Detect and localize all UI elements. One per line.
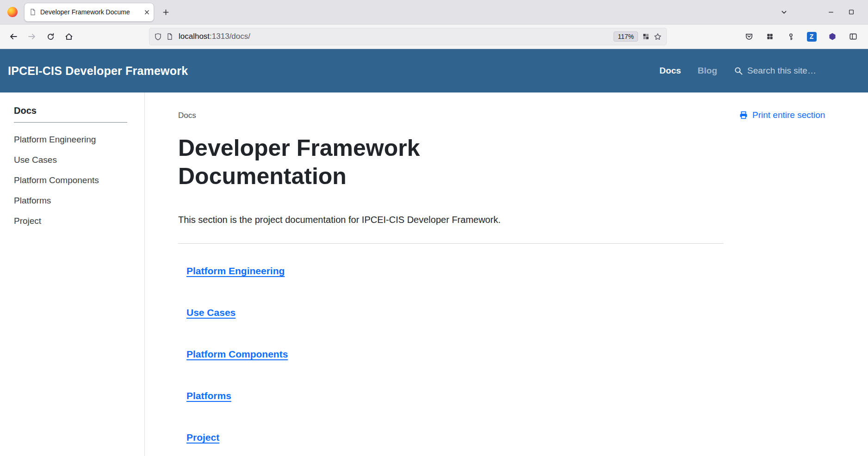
docs-sidebar: Docs Platform Engineering Use Cases Plat… bbox=[0, 92, 145, 456]
print-section-label: Print entire section bbox=[752, 110, 825, 120]
url-path: :1313/docs/ bbox=[210, 32, 250, 41]
pocket-icon[interactable] bbox=[742, 29, 756, 44]
section-link-platform-components[interactable]: Platform Components bbox=[186, 349, 288, 359]
browser-tab[interactable]: Developer Framework Docume bbox=[24, 3, 154, 22]
zotero-icon[interactable]: Z bbox=[804, 29, 819, 44]
search-icon bbox=[734, 66, 743, 75]
page-info-icon[interactable] bbox=[166, 33, 174, 40]
forward-button[interactable] bbox=[24, 29, 40, 44]
section-row: Project bbox=[186, 431, 724, 444]
purple-extension-icon[interactable] bbox=[825, 29, 840, 44]
section-link-use-cases[interactable]: Use Cases bbox=[186, 307, 236, 318]
right-sidebar: Print entire section bbox=[736, 92, 868, 456]
browser-chrome: Developer Framework Docume bbox=[0, 0, 868, 49]
site-search[interactable] bbox=[734, 66, 858, 76]
nav-docs-link[interactable]: Docs bbox=[659, 66, 681, 76]
site-body: Docs Platform Engineering Use Cases Plat… bbox=[0, 92, 868, 456]
extensions-grid-icon[interactable] bbox=[763, 29, 777, 44]
list-all-tabs-button[interactable] bbox=[774, 3, 794, 21]
reload-button[interactable] bbox=[43, 29, 58, 44]
section-link-platforms[interactable]: Platforms bbox=[186, 390, 231, 401]
back-button[interactable] bbox=[6, 29, 21, 44]
sidebar-heading[interactable]: Docs bbox=[14, 105, 127, 123]
sidebar-list: Platform Engineering Use Cases Platform … bbox=[14, 134, 130, 227]
bookmark-star-icon[interactable] bbox=[654, 33, 662, 41]
nav-blog-link[interactable]: Blog bbox=[698, 66, 717, 76]
sidebar-item-use-cases[interactable]: Use Cases bbox=[14, 154, 130, 166]
sidebar-toggle-icon[interactable] bbox=[846, 29, 861, 44]
tab-bar: Developer Framework Docume bbox=[0, 0, 868, 25]
intro-text: This section is the project documentatio… bbox=[178, 214, 724, 226]
page-title: Developer Framework Documentation bbox=[178, 134, 548, 191]
section-link-project[interactable]: Project bbox=[186, 432, 219, 443]
tracking-protection-shield-icon[interactable] bbox=[154, 33, 162, 41]
url-host: localhost bbox=[179, 32, 210, 41]
breadcrumb[interactable]: Docs bbox=[178, 111, 724, 120]
sidebar-item-platform-engineering[interactable]: Platform Engineering bbox=[14, 134, 130, 146]
tab-close-icon[interactable] bbox=[144, 9, 150, 15]
site-header: IPCEI-CIS Developer Framework Docs Blog bbox=[0, 49, 868, 92]
search-input[interactable] bbox=[747, 66, 858, 76]
section-row: Platform Engineering bbox=[186, 265, 724, 277]
password-key-icon[interactable] bbox=[783, 29, 798, 44]
url-bar[interactable]: localhost:1313/docs/ 117% bbox=[149, 28, 667, 45]
maximize-button[interactable] bbox=[841, 3, 862, 21]
printer-icon bbox=[739, 111, 748, 120]
sidebar-item-project[interactable]: Project bbox=[14, 215, 130, 227]
sidebar-item-platforms[interactable]: Platforms bbox=[14, 195, 130, 207]
window-controls bbox=[774, 3, 862, 21]
url-text[interactable]: localhost:1313/docs/ bbox=[179, 32, 250, 41]
print-section-link[interactable]: Print entire section bbox=[739, 110, 861, 120]
site-nav: Docs Blog bbox=[659, 66, 858, 76]
divider bbox=[178, 243, 724, 244]
section-row: Use Cases bbox=[186, 307, 724, 319]
sidebar-item-platform-components[interactable]: Platform Components bbox=[14, 174, 130, 186]
zoom-indicator[interactable]: 117% bbox=[614, 31, 638, 42]
site-brand[interactable]: IPCEI-CIS Developer Framework bbox=[8, 64, 188, 78]
section-row: Platform Components bbox=[186, 348, 724, 360]
tab-title: Developer Framework Docume bbox=[40, 8, 140, 16]
navigation-toolbar: localhost:1313/docs/ 117% Z bbox=[0, 25, 868, 49]
section-links: Platform Engineering Use Cases Platform … bbox=[178, 265, 724, 444]
tab-favicon-icon bbox=[29, 8, 37, 16]
minimize-button[interactable] bbox=[821, 3, 841, 21]
section-row: Platforms bbox=[186, 390, 724, 402]
new-tab-button[interactable] bbox=[158, 4, 174, 20]
main-content: Docs Developer Framework Documentation T… bbox=[145, 92, 736, 456]
section-link-platform-engineering[interactable]: Platform Engineering bbox=[186, 265, 285, 276]
home-button[interactable] bbox=[61, 29, 77, 44]
container-grid-icon[interactable] bbox=[642, 33, 650, 40]
toolbar-extensions: Z bbox=[742, 29, 862, 44]
firefox-logo-icon bbox=[7, 7, 18, 17]
